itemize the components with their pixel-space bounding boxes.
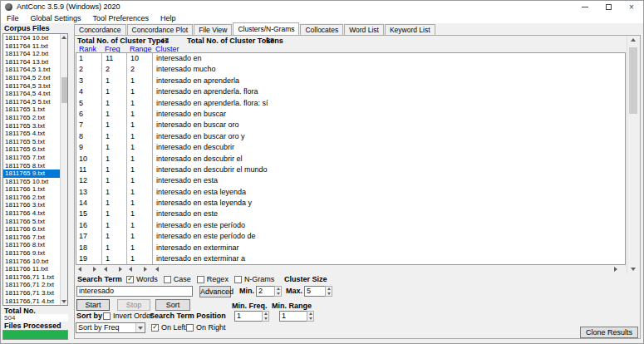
table-cell[interactable]: interesado en aprenderla. flora	[154, 86, 625, 97]
table-cell[interactable]: interesado en este período de	[154, 231, 625, 242]
cluster-size-min-stepper[interactable]: 2	[256, 286, 282, 297]
table-cell[interactable]: interesado en exterminar	[154, 243, 625, 253]
on-left-checkbox[interactable]: On Left	[151, 323, 186, 332]
regex-checkbox[interactable]: Regex	[197, 275, 229, 283]
table-cell[interactable]: 14	[76, 198, 101, 209]
table-cell[interactable]: interesado en exterminar a	[154, 253, 625, 264]
table-cell[interactable]: 8	[76, 131, 101, 142]
table-cell[interactable]: 1	[103, 175, 126, 186]
table-cell[interactable]: interesado en aprenderla. flora: sí	[154, 98, 625, 109]
tab-word-list[interactable]: Word List	[344, 24, 384, 35]
table-cell[interactable]: 1	[103, 131, 126, 142]
checkbox-icon[interactable]	[164, 276, 171, 283]
advanced-button[interactable]: Advanced	[199, 286, 231, 297]
menu-file[interactable]: File	[1, 13, 25, 23]
table-cell[interactable]: 1	[128, 154, 152, 165]
scroll-down-icon[interactable]	[631, 268, 636, 271]
cluster-size-max-stepper[interactable]: 5	[304, 286, 332, 297]
corpus-file-item[interactable]: 1811764,5 2.txt	[3, 74, 60, 82]
tab-concordance[interactable]: Concordance	[74, 24, 126, 35]
sort-button[interactable]: Sort	[155, 299, 190, 311]
scroll-up-icon[interactable]	[61, 36, 66, 39]
table-cell[interactable]: 1	[103, 154, 126, 165]
table-cell[interactable]: 1	[128, 253, 152, 264]
table-cell[interactable]: 1	[128, 243, 152, 253]
maximize-button[interactable]	[597, 1, 620, 13]
start-button[interactable]: Start	[76, 299, 110, 311]
table-cell[interactable]: 1	[76, 53, 101, 64]
corpus-file-item[interactable]: 1811766 3.txt	[3, 201, 60, 209]
spin-up-icon[interactable]	[327, 287, 331, 290]
table-cell[interactable]: 1	[128, 231, 152, 242]
spin-up-icon[interactable]	[277, 287, 280, 290]
table-cell[interactable]: 1	[128, 131, 152, 142]
table-cell[interactable]: 12	[76, 175, 101, 186]
spin-down-icon[interactable]	[327, 292, 331, 295]
n-grams-checkbox[interactable]: N-Grams	[234, 275, 275, 283]
table-cell[interactable]: 7	[76, 120, 101, 130]
checkbox-icon[interactable]	[186, 324, 194, 332]
table-cell[interactable]: 1	[128, 175, 152, 186]
spin-down-icon[interactable]	[277, 292, 280, 295]
corpus-file-item[interactable]: 1811766,71 2.txt	[3, 281, 60, 289]
table-cell[interactable]: 2	[128, 64, 152, 75]
table-cell[interactable]: 2	[76, 64, 101, 75]
table-cell[interactable]: interesado en descubrir	[154, 142, 625, 153]
table-cell[interactable]: 1	[128, 220, 152, 231]
invert-order-checkbox[interactable]: Invert Order	[103, 312, 153, 320]
file-list-scrollbar[interactable]	[60, 34, 67, 305]
dropdown-arrow-icon[interactable]	[135, 323, 145, 332]
corpus-file-item[interactable]: 1811766,71 4.txt	[3, 297, 60, 305]
corpus-file-item[interactable]: 1811765 7.txt	[3, 154, 60, 162]
corpus-file-item[interactable]: 1811765 3.txt	[3, 122, 60, 130]
table-cell[interactable]: 17	[76, 231, 101, 242]
table-cell[interactable]: 1	[128, 187, 152, 198]
checkbox-icon[interactable]	[234, 276, 242, 283]
scroll-left-icon[interactable]	[78, 267, 81, 272]
corpus-file-item[interactable]: 1811766 2.txt	[3, 194, 60, 202]
tab-concordance-plot[interactable]: Concordance Plot	[127, 24, 194, 35]
table-cell[interactable]: 11	[76, 165, 101, 175]
table-cell[interactable]: 1	[128, 198, 152, 209]
table-cell[interactable]: 1	[128, 98, 152, 109]
table-cell[interactable]: 1	[103, 109, 126, 120]
table-cell[interactable]: interesado en esta leyenda	[154, 187, 625, 198]
corpus-file-item[interactable]: 1811765 2.txt	[3, 114, 60, 122]
table-cell[interactable]: 16	[76, 220, 101, 231]
table-cell[interactable]: 15	[76, 209, 101, 219]
table-cell[interactable]: 5	[76, 98, 101, 109]
corpus-file-item[interactable]: 1811766 6.txt	[3, 225, 60, 233]
table-cell[interactable]: 1	[128, 76, 152, 86]
table-cell[interactable]: 18	[76, 243, 101, 253]
corpus-file-item[interactable]: 1811765 6.txt	[3, 145, 60, 154]
corpus-file-item[interactable]: 1811765 1.txt	[3, 106, 60, 114]
scroll-left-icon[interactable]	[129, 267, 132, 272]
corpus-file-item[interactable]: 1811764,5 3.txt	[3, 82, 60, 91]
corpus-file-item[interactable]: 1811765 10.txt	[3, 178, 60, 186]
spin-up-icon[interactable]	[264, 312, 268, 315]
corpus-file-item[interactable]: 1811766 11.txt	[3, 265, 60, 273]
corpus-file-item[interactable]: 1811764 11.txt	[3, 42, 60, 51]
case-checkbox[interactable]: Case	[164, 275, 191, 283]
v-scrollbar[interactable]	[627, 36, 638, 273]
table-cell[interactable]: 1	[103, 198, 126, 209]
table-cell[interactable]: interesado en descubrir el	[154, 154, 625, 165]
table-cell[interactable]: 1	[128, 165, 152, 175]
on-right-checkbox[interactable]: On Right	[186, 323, 226, 332]
min-freq-stepper[interactable]: 1	[234, 311, 269, 322]
table-cell[interactable]: 10	[76, 154, 101, 165]
scroll-right-icon[interactable]	[119, 267, 122, 272]
table-cell[interactable]: 19	[76, 253, 101, 264]
corpus-file-item[interactable]: 1811764,5 4.txt	[3, 90, 60, 98]
clone-results-button[interactable]: Clone Results	[580, 327, 638, 338]
table-cell[interactable]: interesado en esta	[154, 175, 625, 186]
table-cell[interactable]: 2	[103, 64, 126, 75]
table-cell[interactable]: 1	[128, 209, 152, 219]
table-cell[interactable]: 4	[76, 86, 101, 97]
corpus-file-item[interactable]: 1811766 7.txt	[3, 233, 60, 242]
corpus-file-item[interactable]: 1811765 9.txt	[3, 170, 60, 178]
table-cell[interactable]: 9	[76, 142, 101, 153]
corpus-file-item[interactable]: 1811766 10.txt	[3, 258, 60, 266]
corpus-file-item[interactable]: 1811764 12.txt	[3, 50, 60, 58]
table-cell[interactable]: 1	[128, 142, 152, 153]
